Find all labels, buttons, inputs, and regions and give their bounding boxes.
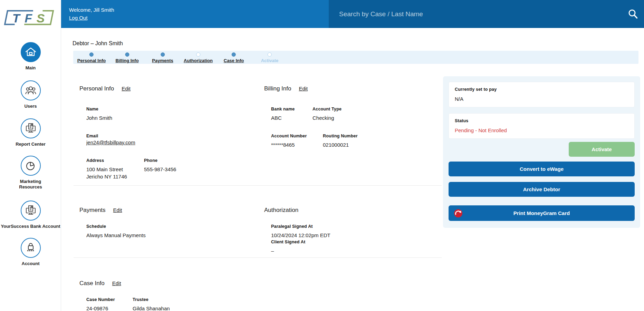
field-row-case: Case Number 24-09876 Trustee Gilda Shana… — [86, 297, 259, 311]
field-label: Currently set to pay — [455, 87, 628, 92]
field-value: Checking — [313, 114, 342, 122]
field-value: ******8465 — [271, 141, 323, 148]
field-label: Routing Number — [323, 133, 358, 139]
sidebar-item-label: Report Center — [0, 142, 61, 147]
convert-to-ewage-button[interactable]: Convert to eWage — [449, 162, 635, 176]
edit-payments-link[interactable]: Edit — [113, 207, 122, 213]
step-activate: Activate — [261, 52, 279, 63]
logo-letter-f: F — [25, 11, 32, 25]
step-link[interactable]: Payments — [152, 58, 173, 63]
edit-billing-info-link[interactable]: Edit — [299, 86, 308, 91]
sidebar-item-label: YourSuccess Bank Account — [0, 224, 61, 229]
sidebar-item-main[interactable]: Main — [0, 42, 61, 71]
field-value: 021000021 — [323, 141, 358, 148]
field-routing-number: Routing Number 021000021 — [323, 133, 358, 148]
section-title: Authorization — [264, 206, 298, 214]
step-link[interactable]: Personal Info — [77, 58, 106, 63]
page-title: Debtor – John Smith — [73, 40, 123, 47]
field-label: Account Number — [271, 133, 323, 139]
top-header: Welcome, Jill Smith Log Out — [61, 0, 644, 28]
logout-link[interactable]: Log Out — [69, 15, 87, 21]
section-title: Personal Info — [79, 85, 114, 93]
debtor-status-panel: Currently set to pay N/A Status Pending … — [443, 76, 640, 228]
edit-personal-info-link[interactable]: Edit — [122, 86, 131, 91]
field-label: Phone — [144, 158, 176, 163]
users-icon — [21, 80, 41, 100]
sidebar-item-label: Users — [0, 104, 61, 109]
lock-icon: **** — [21, 238, 41, 258]
step-link[interactable]: Billing Info — [115, 58, 138, 63]
tfs-app: T F S Main Users — [0, 0, 644, 311]
field-label: Bank name — [271, 106, 313, 112]
field-row-numbers: Account Number ******8465 Routing Number… — [271, 133, 423, 148]
archive-debtor-button[interactable]: Archive Debtor — [449, 182, 635, 197]
step-dot-filled — [125, 52, 129, 57]
step-authorization: Authorization — [184, 52, 213, 63]
field-label: Schedule — [86, 224, 259, 229]
address-line-1: 100 Main Street — [86, 166, 144, 173]
field-address: Address 100 Main Street Jericho NY 11746 — [86, 158, 144, 180]
field-label: Status — [455, 118, 628, 124]
step-link[interactable]: Authorization — [184, 58, 213, 63]
email-link[interactable]: jen24@tfsbillpay.com — [86, 139, 135, 145]
field-account-type: Account Type Checking — [313, 106, 342, 122]
field-row-bank: Bank name ABC Account Type Checking — [271, 106, 423, 122]
field-account-number: Account Number ******8465 — [271, 133, 323, 148]
field-row-address-phone: Address 100 Main Street Jericho NY 11746… — [86, 158, 259, 180]
step-dot-open — [268, 52, 272, 57]
field-signatures: Paralegal Signed At 10/24/2024 12:02pm E… — [271, 224, 423, 254]
field-value: 555-987-3456 — [144, 166, 176, 173]
field-label: Address — [86, 158, 144, 163]
field-phone: Phone 555-987-3456 — [144, 158, 176, 180]
logo-letter-t: T — [12, 11, 21, 25]
welcome-text: Welcome, Jill Smith — [69, 7, 114, 13]
field-name: Name John Smith — [86, 106, 259, 122]
main-content: Debtor – John Smith Personal Info Billin… — [61, 28, 644, 311]
step-dot-filled — [232, 52, 236, 57]
step-payments: Payments — [152, 52, 173, 63]
report-monitor-icon — [21, 118, 41, 138]
field-label: Paralegal Signed At — [271, 224, 423, 229]
sidebar-item-yoursuccess-bank-account[interactable]: YourSuccess Bank Account — [0, 201, 61, 229]
status-card: Status Pending - Not Enrolled — [449, 113, 635, 139]
print-moneygram-card-button[interactable]: Print MoneyGram Card — [449, 205, 635, 221]
search-bar — [329, 0, 644, 28]
step-link[interactable]: Case Info — [224, 58, 244, 63]
section-title: Payments — [79, 206, 106, 214]
step-dot-open — [196, 52, 200, 57]
field-email: Email jen24@tfsbillpay.com — [86, 133, 259, 146]
field-value: 24-09876 — [86, 305, 133, 311]
search-input[interactable] — [338, 10, 627, 18]
section-billing-info: Billing Info Edit Bank name ABC Account … — [264, 85, 423, 148]
field-label: Account Type — [313, 106, 342, 112]
section-title: Case Info — [79, 280, 105, 287]
print-button-label: Print MoneyGram Card — [513, 210, 570, 216]
field-bank-name: Bank name ABC — [271, 106, 313, 122]
field-value: 10/24/2024 12:02pm EDT — [271, 232, 423, 239]
sidebar-item-users[interactable]: Users — [0, 80, 61, 109]
lock-stars-text: **** — [27, 249, 34, 253]
step-billing-info: Billing Info — [115, 52, 138, 63]
edit-case-info-link[interactable]: Edit — [112, 280, 121, 286]
tfs-logo-icon: T F S — [3, 9, 55, 26]
section-divider — [74, 185, 442, 186]
field-value: N/A — [455, 95, 628, 103]
welcome-block: Welcome, Jill Smith Log Out — [69, 7, 114, 21]
stepper: Personal Info Billing Info Payments Auth… — [73, 51, 638, 64]
pie-chart-icon — [21, 156, 41, 176]
field-label: Client Signed At — [271, 239, 423, 245]
section-title: Billing Info — [264, 85, 291, 93]
tfs-logo[interactable]: T F S — [3, 9, 55, 26]
activate-button[interactable]: Activate — [569, 142, 635, 157]
currently-set-to-pay-card: Currently set to pay N/A — [449, 82, 635, 107]
field-value: ABC — [271, 114, 313, 122]
step-link-disabled: Activate — [261, 58, 279, 63]
home-icon — [21, 42, 41, 62]
sidebar-item-marketing-resources[interactable]: Marketing Resources — [0, 156, 61, 190]
section-payments: Payments Edit Schedule Always Manual Pay… — [79, 206, 259, 239]
magnifier-icon[interactable] — [627, 8, 639, 20]
field-label: Case Number — [86, 297, 133, 302]
sidebar-item-account[interactable]: **** Account — [0, 238, 61, 266]
section-authorization: Authorization Paralegal Signed At 10/24/… — [264, 206, 423, 254]
sidebar-item-report-center[interactable]: Report Center — [0, 118, 61, 147]
